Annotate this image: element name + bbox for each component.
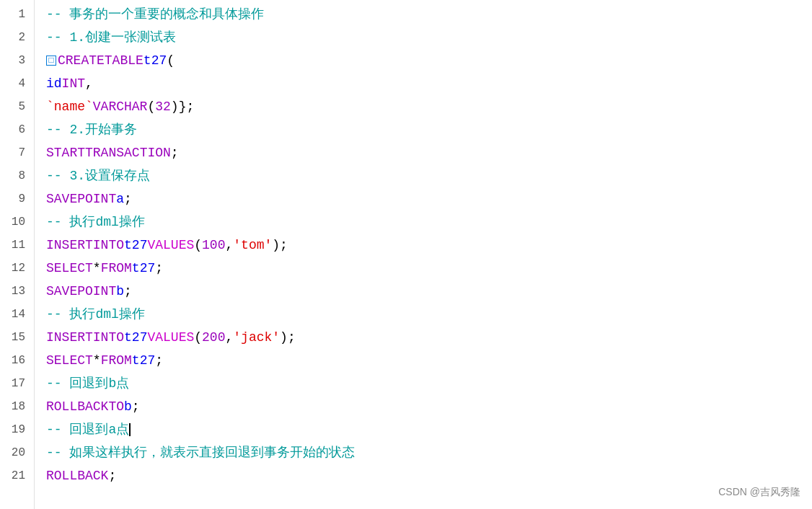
token-keyword: FROM — [101, 257, 132, 280]
line-number-12: 12 — [0, 257, 25, 280]
token-punct: ); — [272, 234, 288, 257]
code-editor: 123456789101112131415161718192021 -- 事务的… — [0, 0, 812, 509]
token-number: 200 — [202, 326, 225, 349]
code-line-21: ROLLBACK; — [46, 464, 812, 487]
code-line-17: -- 回退到b点 — [46, 372, 812, 395]
token-table: t27 — [132, 257, 155, 280]
token-punct: ); — [280, 326, 296, 349]
token-keyword: FROM — [101, 349, 132, 372]
code-line-7: START TRANSACTION; — [46, 141, 812, 164]
code-line-5: `name` VARCHAR(32)}; — [46, 95, 812, 118]
code-area[interactable]: -- 事务的一个重要的概念和具体操作-- 1.创建一张测试表□CREATE TA… — [35, 0, 812, 509]
token-keyword: START — [46, 141, 85, 164]
code-line-13: SAVEPOINT b; — [46, 280, 812, 303]
line-number-11: 11 — [0, 234, 25, 257]
token-table: b — [116, 280, 124, 303]
token-keyword: VARCHAR — [93, 95, 148, 118]
token-keyword: SELECT — [46, 349, 93, 372]
token-string: 'jack' — [233, 326, 280, 349]
token-punct: ; — [124, 187, 132, 211]
code-line-19: -- 回退到a点 — [46, 418, 812, 441]
token-keyword: TO — [108, 395, 124, 418]
token-keyword: INTO — [93, 326, 124, 349]
token-comment: -- 事务的一个重要的概念和具体操作 — [46, 3, 264, 26]
code-line-12: SELECT * FROM t27; — [46, 257, 812, 280]
token-table: a — [116, 187, 124, 211]
line-number-8: 8 — [0, 164, 25, 187]
token-punct: ( — [194, 326, 202, 349]
token-punct: ; — [108, 464, 116, 487]
token-punct: ; — [171, 141, 179, 164]
token-comment: -- 执行dml操作 — [46, 211, 145, 234]
token-comment: -- 3.设置保存点 — [46, 164, 150, 187]
token-keyword: INSERT — [46, 326, 93, 349]
line-number-3: 3 — [0, 49, 25, 72]
token-punct: , — [85, 72, 93, 95]
token-keyword: TRANSACTION — [85, 141, 171, 164]
token-keyword: SAVEPOINT — [46, 187, 116, 211]
token-comment: -- 如果这样执行，就表示直接回退到事务开始的状态 — [46, 441, 355, 464]
token-number: 100 — [202, 234, 225, 257]
token-punct: )}; — [171, 95, 194, 118]
code-line-18: ROLLBACK TO b; — [46, 395, 812, 418]
token-name: `name` — [46, 95, 93, 118]
token-keyword: ROLLBACK — [46, 464, 108, 487]
code-line-4: id INT, — [46, 72, 812, 95]
line-number-16: 16 — [0, 349, 25, 372]
line-number-5: 5 — [0, 95, 25, 118]
token-keyword: INSERT — [46, 234, 93, 257]
line-number-1: 1 — [0, 3, 25, 26]
line-number-20: 20 — [0, 441, 25, 464]
line-number-2: 2 — [0, 26, 25, 49]
code-line-6: -- 2.开始事务 — [46, 118, 812, 141]
code-line-15: INSERT INTO t27 VALUES(200, 'jack'); — [46, 326, 812, 349]
line-number-15: 15 — [0, 326, 25, 349]
token-table: t27 — [132, 349, 155, 372]
line-number-4: 4 — [0, 72, 25, 95]
token-keyword: INTO — [93, 234, 124, 257]
token-punct: ( — [147, 95, 155, 118]
code-line-8: -- 3.设置保存点 — [46, 164, 812, 187]
token-keyword: INT — [62, 72, 85, 95]
token-func: VALUES — [147, 234, 194, 257]
line-numbers: 123456789101112131415161718192021 — [0, 0, 35, 509]
token-string: 'tom' — [233, 234, 272, 257]
line-number-13: 13 — [0, 280, 25, 303]
token-comment: -- 1.创建一张测试表 — [46, 26, 176, 49]
line-number-17: 17 — [0, 372, 25, 395]
code-line-14: -- 执行dml操作 — [46, 303, 812, 326]
token-punct: , — [225, 234, 233, 257]
token-punct: * — [93, 349, 101, 372]
token-punct: ( — [167, 49, 175, 72]
token-punct: ; — [155, 349, 163, 372]
watermark: CSDN @吉风秀隆 — [718, 480, 800, 503]
token-punct: ; — [132, 395, 140, 418]
token-keyword: ROLLBACK — [46, 395, 108, 418]
token-keyword: SAVEPOINT — [46, 280, 116, 303]
line-number-19: 19 — [0, 418, 25, 441]
token-punct: ( — [194, 234, 202, 257]
token-keyword: CREATE — [58, 49, 105, 72]
code-line-11: INSERT INTO t27 VALUES(100, 'tom'); — [46, 234, 812, 257]
token-punct: ; — [155, 257, 163, 280]
line-number-10: 10 — [0, 211, 25, 234]
code-line-3: □CREATE TABLE t27 ( — [46, 49, 812, 72]
line-number-7: 7 — [0, 141, 25, 164]
code-line-20: -- 如果这样执行，就表示直接回退到事务开始的状态 — [46, 441, 812, 464]
line-number-21: 21 — [0, 464, 25, 487]
token-table: t27 — [124, 234, 147, 257]
token-table: b — [124, 395, 132, 418]
token-comment: -- 回退到a点 — [46, 418, 129, 441]
code-line-9: SAVEPOINT a; — [46, 187, 812, 211]
code-line-10: -- 执行dml操作 — [46, 211, 812, 234]
fold-icon[interactable]: □ — [46, 56, 56, 66]
token-comment: -- 回退到b点 — [46, 372, 129, 395]
token-number: 32 — [155, 95, 171, 118]
token-comment: -- 执行dml操作 — [46, 303, 145, 326]
text-cursor — [129, 423, 131, 436]
token-comment: -- 2.开始事务 — [46, 118, 137, 141]
token-table: t27 — [144, 49, 167, 72]
line-number-14: 14 — [0, 303, 25, 326]
token-func: VALUES — [147, 326, 194, 349]
code-line-16: SELECT * FROM t27; — [46, 349, 812, 372]
